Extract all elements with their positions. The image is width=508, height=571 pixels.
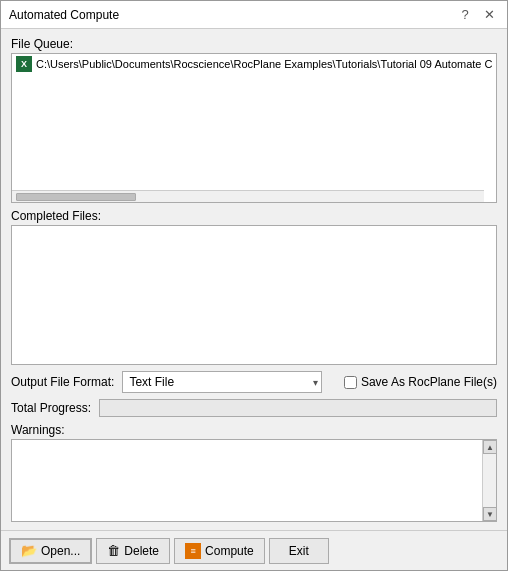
total-progress-label: Total Progress: <box>11 401 91 415</box>
open-button[interactable]: 📂 Open... <box>9 538 92 564</box>
title-bar-right: ? ✕ <box>455 5 499 25</box>
delete-button-label: Delete <box>124 544 159 558</box>
title-bar: Automated Compute ? ✕ <box>1 1 507 29</box>
open-button-label: Open... <box>41 544 80 558</box>
progress-bar-container <box>99 399 497 417</box>
output-format-label: Output File Format: <box>11 375 114 389</box>
file-path: C:\Users\Public\Documents\Rocscience\Roc… <box>36 58 492 70</box>
horizontal-scrollbar[interactable] <box>12 190 484 202</box>
main-window: Automated Compute ? ✕ File Queue: X C:\U… <box>0 0 508 571</box>
compute-button[interactable]: ≡ Compute <box>174 538 265 564</box>
save-as-checkbox-row: Save As RocPlane File(s) <box>344 375 497 389</box>
vertical-scrollbar[interactable]: ▲ ▼ <box>482 440 496 521</box>
calculator-icon: ≡ <box>185 543 201 559</box>
completed-files-listbox[interactable] <box>11 225 497 365</box>
list-item[interactable]: X C:\Users\Public\Documents\Rocscience\R… <box>12 54 496 74</box>
compute-button-label: Compute <box>205 544 254 558</box>
help-button[interactable]: ? <box>455 5 475 25</box>
scroll-up-button[interactable]: ▲ <box>483 440 497 454</box>
file-queue-label: File Queue: <box>11 37 497 51</box>
completed-files-section: Completed Files: <box>11 209 497 365</box>
close-button[interactable]: ✕ <box>479 5 499 25</box>
main-content: File Queue: X C:\Users\Public\Documents\… <box>1 29 507 530</box>
output-format-row: Output File Format: Text File Excel File… <box>11 371 497 393</box>
file-queue-section: File Queue: X C:\Users\Public\Documents\… <box>11 37 497 203</box>
excel-icon: X <box>16 56 32 72</box>
scroll-down-button[interactable]: ▼ <box>483 507 497 521</box>
output-format-select-wrapper: Text File Excel File CSV File ▾ <box>122 371 322 393</box>
completed-files-label: Completed Files: <box>11 209 497 223</box>
save-as-checkbox[interactable] <box>344 376 357 389</box>
warnings-label: Warnings: <box>11 423 497 437</box>
delete-button[interactable]: 🗑 Delete <box>96 538 170 564</box>
exit-button[interactable]: Exit <box>269 538 329 564</box>
save-as-label: Save As RocPlane File(s) <box>361 375 497 389</box>
footer-buttons: 📂 Open... 🗑 Delete ≡ Compute Exit <box>1 530 507 570</box>
scroll-thumb-horizontal[interactable] <box>16 193 136 201</box>
folder-icon: 📂 <box>21 543 37 558</box>
total-progress-row: Total Progress: <box>11 399 497 417</box>
window-title: Automated Compute <box>9 8 119 22</box>
warnings-listbox[interactable]: ▲ ▼ <box>11 439 497 522</box>
exit-button-label: Exit <box>289 544 309 558</box>
trash-icon: 🗑 <box>107 543 120 558</box>
warnings-section: Warnings: ▲ ▼ <box>11 423 497 522</box>
output-format-select[interactable]: Text File Excel File CSV File <box>122 371 322 393</box>
file-queue-listbox[interactable]: X C:\Users\Public\Documents\Rocscience\R… <box>11 53 497 203</box>
title-bar-left: Automated Compute <box>9 8 119 22</box>
